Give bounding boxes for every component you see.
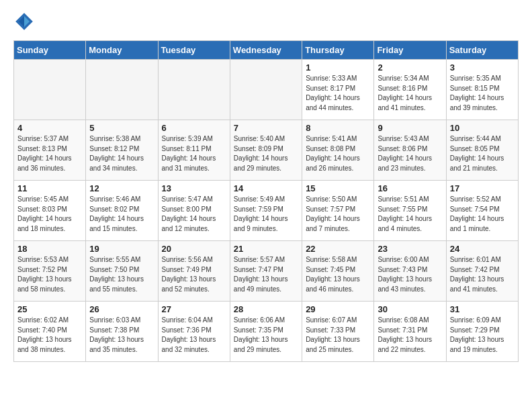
day-number: 6 xyxy=(162,123,226,133)
calendar-cell: 7Sunrise: 5:40 AM Sunset: 8:09 PM Daylig… xyxy=(230,120,302,181)
day-number: 16 xyxy=(378,183,442,193)
calendar-cell: 30Sunrise: 6:08 AM Sunset: 7:31 PM Dayli… xyxy=(374,302,446,362)
day-number: 7 xyxy=(234,123,298,133)
day-number: 10 xyxy=(450,123,515,133)
header-tuesday: Tuesday xyxy=(158,41,230,60)
week-row-2: 11Sunrise: 5:45 AM Sunset: 8:03 PM Dayli… xyxy=(14,181,519,241)
day-info: Sunrise: 5:44 AM Sunset: 8:05 PM Dayligh… xyxy=(450,134,515,173)
day-number: 25 xyxy=(17,304,82,314)
calendar-cell: 10Sunrise: 5:44 AM Sunset: 8:05 PM Dayli… xyxy=(446,120,518,181)
day-info: Sunrise: 6:07 AM Sunset: 7:33 PM Dayligh… xyxy=(306,316,370,355)
calendar-cell: 25Sunrise: 6:02 AM Sunset: 7:40 PM Dayli… xyxy=(14,302,86,362)
day-info: Sunrise: 5:55 AM Sunset: 7:50 PM Dayligh… xyxy=(89,255,154,294)
calendar-cell: 21Sunrise: 5:57 AM Sunset: 7:47 PM Dayli… xyxy=(230,241,302,302)
day-number: 5 xyxy=(89,123,154,133)
day-info: Sunrise: 5:45 AM Sunset: 8:03 PM Dayligh… xyxy=(17,195,82,234)
calendar-cell: 5Sunrise: 5:38 AM Sunset: 8:12 PM Daylig… xyxy=(86,120,158,181)
day-info: Sunrise: 5:41 AM Sunset: 8:08 PM Dayligh… xyxy=(306,134,370,173)
day-number: 1 xyxy=(306,62,370,73)
day-info: Sunrise: 5:56 AM Sunset: 7:49 PM Dayligh… xyxy=(162,255,226,294)
calendar-cell: 12Sunrise: 5:46 AM Sunset: 8:02 PM Dayli… xyxy=(86,181,158,241)
calendar-cell: 27Sunrise: 6:04 AM Sunset: 7:36 PM Dayli… xyxy=(158,302,230,362)
day-number: 8 xyxy=(306,123,370,133)
calendar-cell xyxy=(158,60,230,120)
header-saturday: Saturday xyxy=(446,41,518,60)
day-number: 21 xyxy=(234,244,298,254)
week-row-1: 4Sunrise: 5:37 AM Sunset: 8:13 PM Daylig… xyxy=(14,120,519,181)
day-number: 3 xyxy=(450,62,515,73)
header-sunday: Sunday xyxy=(14,41,86,60)
calendar-cell: 16Sunrise: 5:51 AM Sunset: 7:55 PM Dayli… xyxy=(374,181,446,241)
day-number: 26 xyxy=(89,304,154,314)
calendar-cell: 13Sunrise: 5:47 AM Sunset: 8:00 PM Dayli… xyxy=(158,181,230,241)
calendar-cell: 11Sunrise: 5:45 AM Sunset: 8:03 PM Dayli… xyxy=(14,181,86,241)
day-info: Sunrise: 6:03 AM Sunset: 7:38 PM Dayligh… xyxy=(89,316,154,355)
day-info: Sunrise: 5:46 AM Sunset: 8:02 PM Dayligh… xyxy=(89,195,154,234)
calendar-cell: 17Sunrise: 5:52 AM Sunset: 7:54 PM Dayli… xyxy=(446,181,518,241)
calendar-cell: 6Sunrise: 5:39 AM Sunset: 8:11 PM Daylig… xyxy=(158,120,230,181)
calendar-table: SundayMondayTuesdayWednesdayThursdayFrid… xyxy=(13,40,519,362)
calendar-cell: 9Sunrise: 5:43 AM Sunset: 8:06 PM Daylig… xyxy=(374,120,446,181)
header-wednesday: Wednesday xyxy=(230,41,302,60)
header-monday: Monday xyxy=(86,41,158,60)
calendar-cell: 19Sunrise: 5:55 AM Sunset: 7:50 PM Dayli… xyxy=(86,241,158,302)
day-number: 29 xyxy=(306,304,370,314)
day-info: Sunrise: 5:49 AM Sunset: 7:59 PM Dayligh… xyxy=(234,195,298,234)
day-info: Sunrise: 6:04 AM Sunset: 7:36 PM Dayligh… xyxy=(162,316,226,355)
day-info: Sunrise: 5:38 AM Sunset: 8:12 PM Dayligh… xyxy=(89,134,154,173)
day-number: 20 xyxy=(162,244,226,254)
day-info: Sunrise: 6:01 AM Sunset: 7:42 PM Dayligh… xyxy=(450,255,515,294)
day-info: Sunrise: 5:35 AM Sunset: 8:15 PM Dayligh… xyxy=(450,74,515,113)
calendar-cell: 22Sunrise: 5:58 AM Sunset: 7:45 PM Dayli… xyxy=(302,241,374,302)
day-number: 13 xyxy=(162,183,226,193)
calendar-cell: 26Sunrise: 6:03 AM Sunset: 7:38 PM Dayli… xyxy=(86,302,158,362)
week-row-3: 18Sunrise: 5:53 AM Sunset: 7:52 PM Dayli… xyxy=(14,241,519,302)
calendar-cell: 29Sunrise: 6:07 AM Sunset: 7:33 PM Dayli… xyxy=(302,302,374,362)
day-info: Sunrise: 5:43 AM Sunset: 8:06 PM Dayligh… xyxy=(378,134,442,173)
day-number: 23 xyxy=(378,244,442,254)
calendar-body: 1Sunrise: 5:33 AM Sunset: 8:17 PM Daylig… xyxy=(14,60,519,362)
calendar-cell xyxy=(14,60,86,120)
calendar-cell: 1Sunrise: 5:33 AM Sunset: 8:17 PM Daylig… xyxy=(302,60,374,120)
calendar-cell: 2Sunrise: 5:34 AM Sunset: 8:16 PM Daylig… xyxy=(374,60,446,120)
day-info: Sunrise: 6:08 AM Sunset: 7:31 PM Dayligh… xyxy=(378,316,442,355)
day-info: Sunrise: 5:52 AM Sunset: 7:54 PM Dayligh… xyxy=(450,195,515,234)
day-info: Sunrise: 6:06 AM Sunset: 7:35 PM Dayligh… xyxy=(234,316,298,355)
calendar-cell: 14Sunrise: 5:49 AM Sunset: 7:59 PM Dayli… xyxy=(230,181,302,241)
day-number: 22 xyxy=(306,244,370,254)
header-thursday: Thursday xyxy=(302,41,374,60)
day-info: Sunrise: 5:40 AM Sunset: 8:09 PM Dayligh… xyxy=(234,134,298,173)
day-info: Sunrise: 5:37 AM Sunset: 8:13 PM Dayligh… xyxy=(17,134,82,173)
day-info: Sunrise: 6:02 AM Sunset: 7:40 PM Dayligh… xyxy=(17,316,82,355)
calendar-cell xyxy=(230,60,302,120)
calendar-cell: 20Sunrise: 5:56 AM Sunset: 7:49 PM Dayli… xyxy=(158,241,230,302)
day-info: Sunrise: 5:47 AM Sunset: 8:00 PM Dayligh… xyxy=(162,195,226,234)
header-friday: Friday xyxy=(374,41,446,60)
day-number: 28 xyxy=(234,304,298,314)
day-number: 9 xyxy=(378,123,442,133)
week-row-4: 25Sunrise: 6:02 AM Sunset: 7:40 PM Dayli… xyxy=(14,302,519,362)
day-number: 11 xyxy=(17,183,82,193)
day-info: Sunrise: 5:50 AM Sunset: 7:57 PM Dayligh… xyxy=(306,195,370,234)
calendar-header: SundayMondayTuesdayWednesdayThursdayFrid… xyxy=(14,41,519,60)
day-info: Sunrise: 5:58 AM Sunset: 7:45 PM Dayligh… xyxy=(306,255,370,294)
day-number: 24 xyxy=(450,244,515,254)
calendar-cell: 15Sunrise: 5:50 AM Sunset: 7:57 PM Dayli… xyxy=(302,181,374,241)
day-number: 30 xyxy=(378,304,442,314)
day-number: 2 xyxy=(378,62,442,73)
day-info: Sunrise: 6:09 AM Sunset: 7:29 PM Dayligh… xyxy=(450,316,515,355)
day-info: Sunrise: 5:33 AM Sunset: 8:17 PM Dayligh… xyxy=(306,74,370,113)
calendar-cell: 31Sunrise: 6:09 AM Sunset: 7:29 PM Dayli… xyxy=(446,302,518,362)
page-header xyxy=(13,11,519,32)
logo-icon xyxy=(13,11,35,32)
day-number: 4 xyxy=(17,123,82,133)
calendar-cell: 23Sunrise: 6:00 AM Sunset: 7:43 PM Dayli… xyxy=(374,241,446,302)
logo xyxy=(13,11,38,32)
calendar-cell: 28Sunrise: 6:06 AM Sunset: 7:35 PM Dayli… xyxy=(230,302,302,362)
header-row: SundayMondayTuesdayWednesdayThursdayFrid… xyxy=(14,41,519,60)
calendar-cell: 24Sunrise: 6:01 AM Sunset: 7:42 PM Dayli… xyxy=(446,241,518,302)
day-info: Sunrise: 5:53 AM Sunset: 7:52 PM Dayligh… xyxy=(17,255,82,294)
day-info: Sunrise: 5:57 AM Sunset: 7:47 PM Dayligh… xyxy=(234,255,298,294)
day-info: Sunrise: 6:00 AM Sunset: 7:43 PM Dayligh… xyxy=(378,255,442,294)
day-info: Sunrise: 5:39 AM Sunset: 8:11 PM Dayligh… xyxy=(162,134,226,173)
